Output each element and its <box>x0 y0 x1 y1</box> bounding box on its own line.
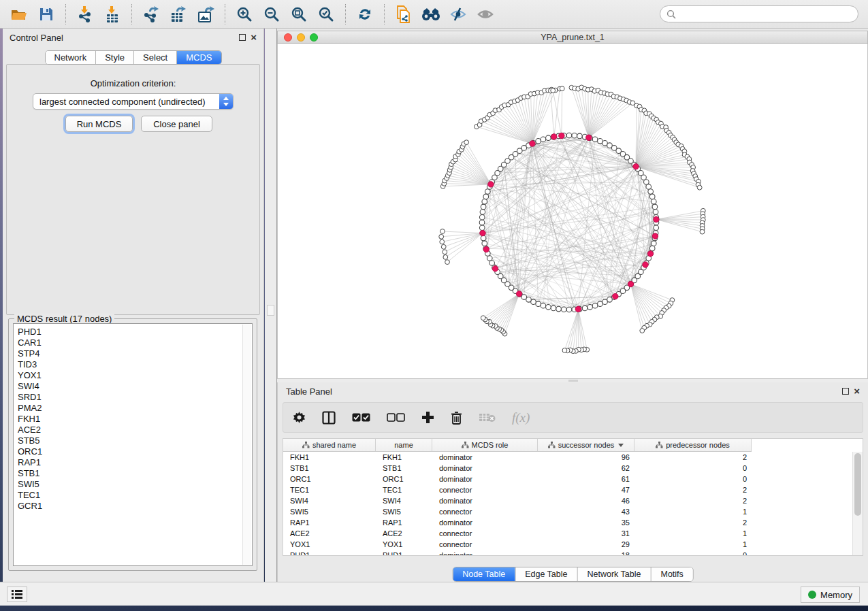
save-session-button[interactable] <box>36 4 57 24</box>
zoom-in-button[interactable] <box>234 4 255 24</box>
list-item[interactable]: ACE2 <box>18 425 252 435</box>
list-item[interactable]: YOX1 <box>18 370 252 381</box>
list-item[interactable]: TEC1 <box>18 490 252 501</box>
graph-node[interactable] <box>531 299 536 305</box>
list-item[interactable]: TID3 <box>18 359 252 370</box>
graph-node[interactable] <box>602 299 608 305</box>
graph-node[interactable] <box>654 225 659 231</box>
tab-motifs[interactable]: Motifs <box>650 567 692 581</box>
graph-node[interactable] <box>439 234 444 239</box>
graph-node[interactable] <box>443 250 447 254</box>
deselect-all-checkboxes-button[interactable] <box>387 413 405 422</box>
optimization-criterion-select[interactable]: largest connected component (undirected) <box>33 93 234 110</box>
list-item[interactable]: SWI4 <box>18 381 252 392</box>
float-panel-icon[interactable] <box>842 388 849 395</box>
graph-node[interactable] <box>607 297 613 303</box>
table-row[interactable]: SWI5SWI5connector431 <box>283 506 852 517</box>
float-panel-icon[interactable] <box>239 34 246 41</box>
graph-node[interactable] <box>602 140 608 146</box>
tab-network-table[interactable]: Network Table <box>577 567 651 581</box>
network-window-titlebar[interactable]: YPA_prune.txt_1 <box>277 31 868 44</box>
network-canvas[interactable] <box>277 44 868 379</box>
column-header-predecessor-nodes[interactable]: predecessor nodes <box>634 439 752 451</box>
mcds-result-list[interactable]: PHD1CAR1STP4TID3YOX1SWI4SRD1PMA2FKH1ACE2… <box>13 323 253 566</box>
list-item[interactable]: CAR1 <box>18 337 252 348</box>
graph-node[interactable] <box>640 329 645 333</box>
tab-style[interactable]: Style <box>95 51 133 64</box>
column-header-name[interactable]: name <box>376 439 432 451</box>
list-scrollbar[interactable] <box>242 325 251 565</box>
mcds-node[interactable] <box>480 230 485 235</box>
vertical-splitter[interactable] <box>265 29 277 582</box>
graph-node[interactable] <box>560 86 564 91</box>
table-row[interactable]: YOX1YOX1connector291 <box>283 539 852 550</box>
show-all-button[interactable] <box>475 4 496 24</box>
graph-node[interactable] <box>561 307 566 312</box>
graph-node[interactable] <box>653 210 658 215</box>
graph-node[interactable] <box>646 184 652 190</box>
graph-node[interactable] <box>697 185 702 190</box>
refresh-button[interactable] <box>355 4 375 24</box>
clone-network-button[interactable] <box>393 4 414 24</box>
tab-select[interactable]: Select <box>133 51 176 64</box>
graph-node[interactable] <box>582 306 588 311</box>
table-row[interactable]: STB1STB1dominator620 <box>283 463 852 474</box>
column-header-successor-nodes[interactable]: successor nodes <box>538 439 634 451</box>
export-network-button[interactable] <box>141 4 161 24</box>
list-item[interactable]: SRD1 <box>18 392 252 403</box>
graph-node[interactable] <box>487 256 492 261</box>
graph-node[interactable] <box>700 229 705 234</box>
add-column-button[interactable] <box>421 411 434 424</box>
graph-node[interactable] <box>598 139 603 144</box>
scrollbar-thumb[interactable] <box>854 453 861 516</box>
graph-node[interactable] <box>445 260 450 265</box>
graph-node[interactable] <box>598 301 603 307</box>
table-row[interactable]: ACE2ACE2connector311 <box>283 528 852 539</box>
list-item[interactable]: STB5 <box>18 435 252 446</box>
list-item[interactable]: RAP1 <box>18 457 252 468</box>
graph-node[interactable] <box>464 140 469 145</box>
mcds-node[interactable] <box>516 291 521 297</box>
graph-node[interactable] <box>480 210 485 215</box>
list-item[interactable]: STB1 <box>18 468 252 479</box>
search-network-button[interactable] <box>421 4 441 24</box>
graph-node[interactable] <box>440 240 445 244</box>
show-panels-button[interactable] <box>7 587 27 602</box>
network-search-input[interactable] <box>660 5 858 22</box>
list-item[interactable]: SWI5 <box>18 479 252 490</box>
graph-node[interactable] <box>651 199 656 205</box>
graph-node[interactable] <box>443 255 448 260</box>
mcds-node[interactable] <box>647 251 653 257</box>
mcds-node[interactable] <box>643 262 648 267</box>
graph-node[interactable] <box>588 304 593 310</box>
column-header-MCDS-role[interactable]: MCDS role <box>432 439 538 451</box>
mcds-node[interactable] <box>628 281 633 286</box>
function-builder-button[interactable]: f(x) <box>512 410 530 425</box>
zoom-out-button[interactable] <box>261 4 282 24</box>
table-scrollbar[interactable] <box>852 452 863 555</box>
export-image-button[interactable] <box>195 4 216 24</box>
graph-node[interactable] <box>536 301 541 307</box>
graph-node[interactable] <box>481 204 486 210</box>
tab-node-table[interactable]: Node Table <box>453 567 515 581</box>
graph-node[interactable] <box>592 137 598 142</box>
graph-node[interactable] <box>482 241 487 246</box>
mcds-node[interactable] <box>652 233 658 239</box>
open-file-button[interactable] <box>9 4 29 24</box>
list-item[interactable]: PHD1 <box>18 327 252 337</box>
column-header-shared-name[interactable]: shared name <box>283 439 376 451</box>
graph-node[interactable] <box>546 135 551 141</box>
graph-node[interactable] <box>566 133 572 138</box>
table-row[interactable]: ORC1ORC1dominator610 <box>283 474 852 484</box>
graph-node[interactable] <box>481 235 486 241</box>
graph-node[interactable] <box>479 214 485 220</box>
graph-node[interactable] <box>441 244 446 249</box>
graph-node[interactable] <box>483 194 489 199</box>
tab-edge-table[interactable]: Edge Table <box>515 567 577 581</box>
mcds-node[interactable] <box>559 133 564 138</box>
mcds-node[interactable] <box>575 306 581 312</box>
list-item[interactable]: GCR1 <box>18 501 252 512</box>
graph-node[interactable] <box>479 225 485 231</box>
graph-node[interactable] <box>651 241 656 246</box>
graph-node[interactable] <box>551 88 556 93</box>
